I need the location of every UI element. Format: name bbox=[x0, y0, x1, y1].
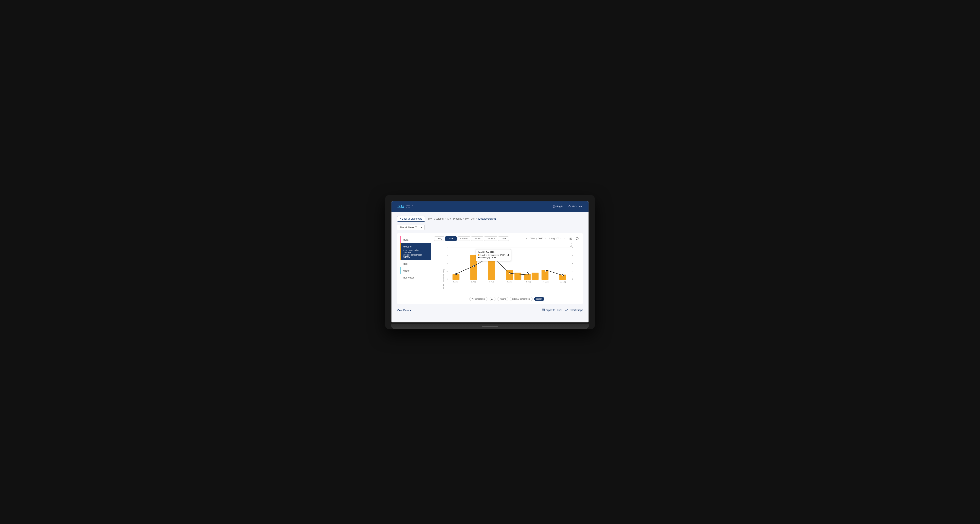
breadcrumb-current: ElectricMeter001 bbox=[478, 218, 496, 220]
breadcrumb-unit[interactable]: MV - Unit bbox=[465, 218, 475, 220]
sidebar-item-electric[interactable]: electric total consumption 35 kWh averag… bbox=[400, 243, 431, 260]
svg-text:11. Aug: 11. Aug bbox=[560, 281, 566, 283]
period-1year[interactable]: 1 Year bbox=[498, 237, 509, 241]
period-1month[interactable]: 1 Month bbox=[471, 237, 483, 241]
carbon-dot-8aug bbox=[509, 273, 511, 274]
breadcrumb-customer[interactable]: MV - Customer bbox=[428, 218, 444, 220]
svg-text:10. Aug: 10. Aug bbox=[542, 281, 549, 283]
svg-text:7. Aug: 7. Aug bbox=[489, 281, 494, 283]
user-area: MV - User bbox=[568, 205, 582, 208]
svg-text:Electric Consumption (kWh): Electric Consumption (kWh) bbox=[443, 269, 444, 289]
period-3months[interactable]: 3 Months bbox=[484, 237, 497, 241]
carbon-dot-11aug bbox=[562, 275, 563, 276]
svg-text:2: 2 bbox=[572, 270, 573, 272]
svg-text:9: 9 bbox=[447, 254, 447, 256]
header-right: English MV - User bbox=[553, 205, 582, 208]
carbon-dot-6aug bbox=[473, 265, 474, 267]
legend-external-temperature[interactable]: external temperature bbox=[510, 297, 532, 301]
meter-dropdown-value: ElectricMeter001 bbox=[399, 226, 419, 229]
svg-text:3: 3 bbox=[447, 270, 447, 272]
sidebar-water-label: water bbox=[403, 269, 410, 272]
svg-text:9. Aug: 9. Aug bbox=[526, 281, 531, 283]
svg-rect-29 bbox=[542, 309, 545, 311]
prev-period-arrow[interactable]: ‹ bbox=[524, 237, 528, 241]
sidebar-item-gas[interactable]: gas bbox=[400, 260, 431, 267]
carbon-dot-5aug bbox=[455, 273, 457, 275]
carbon-dot-9aug bbox=[528, 272, 529, 273]
chevron-down-icon: ▾ bbox=[420, 226, 422, 229]
bottom-bar: View Data ▾ bbox=[397, 307, 583, 312]
tooltip-electric-dot bbox=[478, 254, 479, 256]
sidebar-item-heat[interactable]: heat bbox=[400, 236, 431, 243]
period-nav: 1 Day 1 Week 2 Weeks 1 Month 3 Months 1 … bbox=[434, 236, 580, 241]
breadcrumb-sep-2: › bbox=[463, 218, 464, 220]
svg-text:5. Aug: 5. Aug bbox=[453, 281, 458, 283]
user-icon bbox=[568, 205, 571, 208]
avg-consumption-value: 5 kWh bbox=[403, 256, 428, 258]
date-range-start: 05 Aug 2022 bbox=[530, 237, 543, 240]
tooltip-electric-row: Electric Consumption (kWh): 10 bbox=[478, 254, 509, 256]
main-content: ‹ Back to Dashboard MV - Customer › MV -… bbox=[391, 212, 589, 322]
sidebar-item-hot-water[interactable]: hot water bbox=[400, 274, 431, 281]
breadcrumb-sep-3: › bbox=[476, 218, 477, 220]
graph-export-icon bbox=[565, 308, 568, 312]
main-chart: 12 9 6 3 0 8 6 4 2 0 Electri bbox=[434, 243, 580, 295]
period-1day[interactable]: 1 Day bbox=[434, 237, 444, 241]
refresh-icon[interactable] bbox=[575, 236, 580, 241]
sidebar-electric-label: electric bbox=[403, 245, 412, 248]
tooltip-carbon-row: carbon (kg): 5.45 bbox=[478, 257, 509, 259]
period-1week[interactable]: 1 Week bbox=[445, 237, 457, 241]
svg-text:6: 6 bbox=[572, 254, 573, 256]
back-to-dashboard-button[interactable]: ‹ Back to Dashboard bbox=[397, 216, 425, 222]
date-range-separator: - bbox=[545, 237, 546, 240]
tooltip-electric-label: Electric Consumption (kWh): bbox=[480, 254, 506, 256]
legend-carbon[interactable]: carbon bbox=[534, 297, 545, 301]
total-consumption-label: total consumption bbox=[403, 249, 428, 251]
bar-9aug-2 bbox=[532, 273, 539, 280]
legend-volume[interactable]: volume bbox=[498, 297, 508, 301]
svg-text:0: 0 bbox=[447, 278, 447, 280]
app-header: ista MINUTEVIEW English bbox=[391, 202, 589, 212]
meter-dropdown[interactable]: ElectricMeter001 ▾ bbox=[397, 225, 425, 230]
period-buttons: 1 Day 1 Week 2 Weeks 1 Month 3 Months 1 … bbox=[434, 237, 509, 241]
laptop-base bbox=[391, 324, 589, 329]
tooltip-date: Sun 7th Aug 2022 bbox=[478, 251, 509, 253]
svg-text:12: 12 bbox=[445, 246, 447, 248]
export-excel-button[interactable]: export to Excel bbox=[542, 308, 562, 312]
table-icon bbox=[542, 308, 545, 312]
breadcrumb-property[interactable]: MV - Property bbox=[447, 218, 462, 220]
export-graph-label: Export Graph bbox=[569, 309, 583, 311]
svg-text:6: 6 bbox=[447, 262, 447, 264]
next-period-arrow[interactable]: › bbox=[562, 237, 566, 241]
logo-subtitle: MINUTEVIEW bbox=[406, 205, 413, 208]
breadcrumb: MV - Customer › MV - Property › MV - Uni… bbox=[428, 218, 496, 220]
legend-delta-t[interactable]: ΔT bbox=[489, 297, 496, 301]
tooltip-carbon-dot bbox=[478, 257, 479, 258]
sidebar-gas-label: gas bbox=[403, 262, 407, 265]
view-data-button[interactable]: View Data ▾ bbox=[397, 309, 411, 312]
chevron-left-icon: ‹ bbox=[400, 218, 401, 220]
export-graph-button[interactable]: Export Graph bbox=[565, 308, 583, 312]
tooltip-carbon-value: 5.45 bbox=[492, 257, 496, 259]
total-consumption-value: 35 kWh bbox=[403, 251, 428, 254]
period-2weeks[interactable]: 2 Weeks bbox=[458, 237, 471, 241]
bar-8aug-2 bbox=[514, 273, 522, 280]
legend-fr-temperature[interactable]: f/R temperature bbox=[469, 297, 487, 301]
sidebar-item-water[interactable]: water bbox=[400, 267, 431, 274]
compare-icon[interactable] bbox=[568, 236, 573, 241]
bar-8aug-1 bbox=[506, 270, 513, 280]
export-excel-label: export to Excel bbox=[546, 309, 562, 311]
chart-action-icons bbox=[568, 236, 580, 241]
svg-text:6. Aug: 6. Aug bbox=[471, 281, 476, 283]
breadcrumb-sep-1: › bbox=[445, 218, 446, 220]
top-bar: ‹ Back to Dashboard MV - Customer › MV -… bbox=[397, 216, 583, 222]
meter-type-sidebar: heat electric total consumption 35 kWh a… bbox=[400, 236, 431, 301]
tooltip-carbon-label: carbon (kg): bbox=[480, 257, 491, 259]
svg-text:4: 4 bbox=[572, 262, 573, 264]
chart-tooltip: Sun 7th Aug 2022 Electric Consumption (k… bbox=[476, 249, 511, 261]
logo-area: ista MINUTEVIEW bbox=[398, 204, 413, 209]
carbon-dot-10aug bbox=[545, 270, 546, 272]
back-btn-label: Back to Dashboard bbox=[402, 218, 422, 220]
language-selector[interactable]: English bbox=[553, 205, 564, 208]
svg-text:0: 0 bbox=[572, 278, 573, 280]
